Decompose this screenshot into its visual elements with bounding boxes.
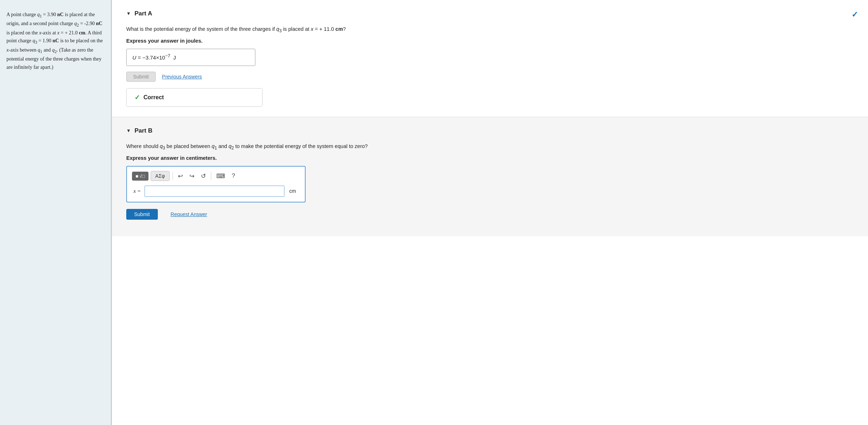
part-b-header: ▼ Part B xyxy=(126,127,846,134)
keyboard-icon: ⌨ xyxy=(216,173,225,180)
input-variable-label: x = xyxy=(133,188,141,194)
template-sqrt-icon: √□ xyxy=(140,173,145,179)
right-panel: ✓ ▼ Part A What is the potential energy … xyxy=(112,0,868,425)
keyboard-button[interactable]: ⌨ xyxy=(214,171,227,181)
part-b-express-label: Express your answer in centimeters. xyxy=(126,155,846,161)
part-a-collapse-arrow[interactable]: ▼ xyxy=(126,11,131,16)
template-icon: ■ xyxy=(136,173,138,179)
toolbar-separator-2 xyxy=(211,172,211,180)
problem-text: A point charge q1 = 3.90 nC is placed at… xyxy=(6,11,104,71)
undo-icon: ↩ xyxy=(178,173,183,180)
help-button[interactable]: ? xyxy=(230,171,237,181)
part-a-correct-checkmark: ✓ xyxy=(852,10,858,19)
request-answer-link[interactable]: Request Answer xyxy=(171,211,207,217)
template-button[interactable]: ■ √□ xyxy=(132,172,148,181)
redo-button[interactable]: ↪ xyxy=(187,171,197,181)
refresh-icon: ↺ xyxy=(201,173,206,180)
problem-statement: A point charge q1 = 3.90 nC is placed at… xyxy=(0,0,111,425)
part-b-submit-button[interactable]: Submit xyxy=(126,209,158,220)
part-a-submit-button[interactable]: Submit xyxy=(126,72,156,82)
part-a-section: ✓ ▼ Part A What is the potential energy … xyxy=(112,0,868,117)
math-editor: ■ √□ ΑΣφ ↩ ↪ ↺ ⌨ xyxy=(126,166,306,202)
part-b-submit-row: Submit Request Answer xyxy=(126,209,846,220)
undo-button[interactable]: ↩ xyxy=(176,171,185,181)
part-b-title: Part B xyxy=(135,127,152,134)
part-a-answer-value: U = −3.74×10−7 J xyxy=(132,54,176,61)
math-toolbar: ■ √□ ΑΣφ ↩ ↪ ↺ ⌨ xyxy=(132,171,300,181)
greek-symbols-label: ΑΣφ xyxy=(155,173,165,179)
answer-input[interactable] xyxy=(145,186,284,197)
part-a-express-label: Express your answer in joules. xyxy=(126,38,846,44)
part-a-previous-answers-link[interactable]: Previous Answers xyxy=(162,74,202,80)
math-input-row: x = cm xyxy=(132,186,300,197)
part-a-answer-display: U = −3.74×10−7 J xyxy=(126,49,255,66)
part-a-correct-label: Correct xyxy=(143,94,164,101)
part-a-correct-box: ✓ Correct xyxy=(126,88,263,107)
part-a-header: ▼ Part A xyxy=(126,10,846,17)
help-icon: ? xyxy=(232,172,235,179)
greek-symbols-button[interactable]: ΑΣφ xyxy=(151,171,170,181)
refresh-button[interactable]: ↺ xyxy=(199,171,208,181)
unit-label: cm xyxy=(289,188,296,194)
part-a-title: Part A xyxy=(135,10,152,17)
part-b-question: Where should q3 be placed between q1 and… xyxy=(126,142,846,152)
part-b-collapse-arrow[interactable]: ▼ xyxy=(126,128,131,134)
toolbar-separator-1 xyxy=(173,172,173,180)
correct-check-icon: ✓ xyxy=(135,94,140,101)
part-a-question: What is the potential energy of the syst… xyxy=(126,25,846,34)
part-a-submit-row: Submit Previous Answers xyxy=(126,72,846,82)
part-b-section: ▼ Part B Where should q3 be placed betwe… xyxy=(112,117,868,236)
redo-icon: ↪ xyxy=(189,173,194,180)
